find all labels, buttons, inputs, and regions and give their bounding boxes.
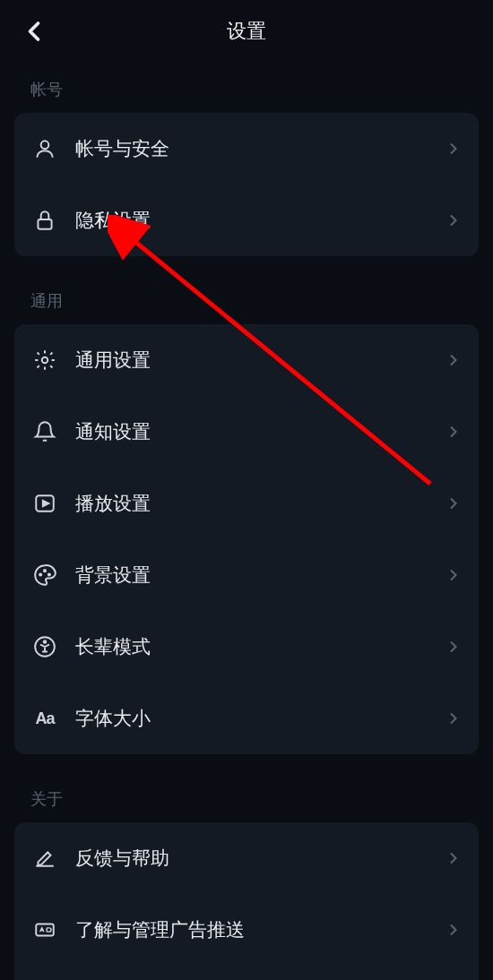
- item-label: 长辈模式: [75, 634, 445, 659]
- settings-item-notifications[interactable]: 通知设置: [14, 396, 479, 468]
- item-label: 隐私设置: [75, 208, 445, 233]
- play-icon: [30, 489, 59, 518]
- svg-point-7: [48, 573, 50, 575]
- palette-icon: [30, 561, 59, 589]
- item-label: 帐号与安全: [75, 136, 445, 161]
- svg-point-5: [39, 573, 41, 575]
- chevron-right-icon: [445, 140, 463, 158]
- section-title-account: 帐号: [0, 63, 493, 113]
- settings-group-general: 通用设置 通知设置 播放设置: [14, 324, 479, 754]
- settings-item-privacy[interactable]: 隐私设置: [14, 185, 479, 256]
- item-label: 反馈与帮助: [75, 846, 445, 871]
- chevron-right-icon: [445, 351, 463, 369]
- settings-group-about: 反馈与帮助 了解与管理广告推送 抖音规则中心: [14, 822, 479, 980]
- chevron-right-icon: [445, 921, 463, 939]
- back-button[interactable]: [18, 15, 50, 47]
- item-label: 播放设置: [75, 491, 445, 516]
- edit-icon: [30, 844, 59, 873]
- item-label: 通知设置: [75, 419, 445, 444]
- header: 设置: [0, 0, 493, 63]
- bell-icon: [30, 417, 59, 446]
- settings-item-font-size[interactable]: Aa 字体大小: [14, 683, 479, 754]
- svg-point-9: [44, 640, 47, 643]
- settings-item-elder-mode[interactable]: 长辈模式: [14, 611, 479, 683]
- item-label: 了解与管理广告推送: [75, 917, 445, 942]
- item-label: 通用设置: [75, 348, 445, 373]
- chevron-right-icon: [445, 211, 463, 229]
- gear-icon: [30, 346, 59, 374]
- svg-point-6: [44, 570, 46, 572]
- ad-icon: [30, 916, 59, 944]
- svg-marker-4: [43, 501, 49, 507]
- chevron-left-icon: [18, 15, 50, 47]
- settings-group-account: 帐号与安全 隐私设置: [14, 113, 479, 256]
- settings-item-playback[interactable]: 播放设置: [14, 468, 479, 539]
- settings-item-background[interactable]: 背景设置: [14, 539, 479, 611]
- chevron-right-icon: [445, 566, 463, 584]
- page-title: 设置: [227, 18, 266, 45]
- section-title-about: 关于: [0, 772, 493, 822]
- item-label: 背景设置: [75, 563, 445, 588]
- settings-item-ad-management[interactable]: 了解与管理广告推送: [14, 894, 479, 966]
- user-icon: [30, 134, 59, 163]
- settings-item-general[interactable]: 通用设置: [14, 324, 479, 396]
- lock-icon: [30, 206, 59, 235]
- chevron-right-icon: [445, 709, 463, 727]
- section-title-general: 通用: [0, 274, 493, 324]
- chevron-right-icon: [445, 494, 463, 512]
- chevron-right-icon: [445, 423, 463, 441]
- chevron-right-icon: [445, 849, 463, 867]
- settings-item-feedback[interactable]: 反馈与帮助: [14, 822, 479, 894]
- settings-item-rules-center[interactable]: 抖音规则中心: [14, 966, 479, 980]
- item-label: 字体大小: [75, 706, 445, 731]
- font-size-icon: Aa: [30, 704, 59, 733]
- svg-point-0: [41, 141, 49, 149]
- accessibility-icon: [30, 632, 59, 661]
- svg-point-2: [42, 357, 48, 364]
- chevron-right-icon: [445, 638, 463, 656]
- svg-rect-1: [38, 219, 51, 229]
- settings-item-account-security[interactable]: 帐号与安全: [14, 113, 479, 185]
